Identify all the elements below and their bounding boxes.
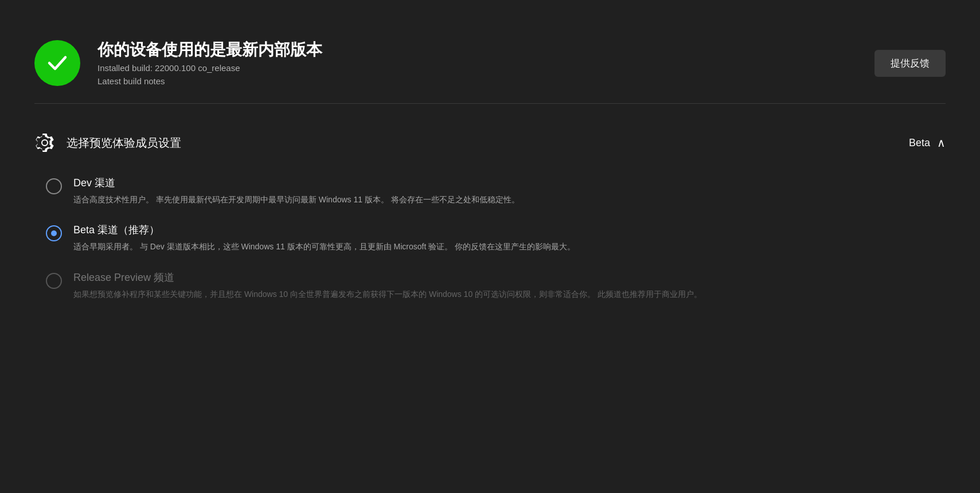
channel-text-dev: Dev 渠道 适合高度技术性用户。 率先使用最新代码在开发周期中最早访问最新 W… — [73, 176, 520, 206]
channel-name-release-preview: Release Preview 频道 — [73, 271, 702, 284]
radio-outer-dev[interactable] — [46, 178, 62, 194]
channel-desc-beta: 适合早期采用者。 与 Dev 渠道版本相比，这些 Windows 11 版本的可… — [73, 240, 575, 253]
radio-outer-release-preview[interactable] — [46, 273, 62, 289]
channel-item-release-preview: Release Preview 频道 如果想预览修补程序和某些关键功能，并且想在… — [46, 271, 946, 300]
radio-dev[interactable] — [46, 178, 62, 194]
channel-text-beta: Beta 渠道（推荐） 适合早期采用者。 与 Dev 渠道版本相比，这些 Win… — [73, 223, 575, 253]
settings-header-right: Beta ∧ — [909, 136, 946, 150]
radio-outer-beta[interactable] — [46, 225, 62, 241]
channel-desc-release-preview: 如果想预览修补程序和某些关键功能，并且想在 Windows 10 向全世界普遍发… — [73, 288, 702, 300]
header-title: 你的设备使用的是最新内部版本 — [97, 40, 322, 60]
channel-text-release-preview: Release Preview 频道 如果想预览修补程序和某些关键功能，并且想在… — [73, 271, 702, 300]
radio-inner-beta — [51, 230, 57, 236]
channels-container: Dev 渠道 适合高度技术性用户。 率先使用最新代码在开发周期中最早访问最新 W… — [34, 176, 946, 300]
latest-build-notes-link[interactable]: Latest build notes — [97, 76, 322, 86]
channel-name-beta: Beta 渠道（推荐） — [73, 223, 575, 237]
settings-header-left: 选择预览体验成员设置 — [34, 132, 181, 153]
radio-release-preview[interactable] — [46, 273, 62, 289]
settings-current-value: Beta — [909, 137, 930, 149]
channel-desc-dev: 适合高度技术性用户。 率先使用最新代码在开发周期中最早访问最新 Windows … — [73, 193, 520, 206]
header-section: 你的设备使用的是最新内部版本 Installed build: 22000.10… — [34, 23, 946, 104]
channel-name-dev: Dev 渠道 — [73, 176, 520, 190]
checkmark-svg — [45, 50, 70, 76]
channel-item-dev: Dev 渠道 适合高度技术性用户。 率先使用最新代码在开发周期中最早访问最新 W… — [46, 176, 946, 206]
settings-title: 选择预览体验成员设置 — [67, 135, 181, 151]
settings-header[interactable]: 选择预览体验成员设置 Beta ∧ — [34, 121, 946, 165]
gear-icon — [34, 132, 55, 153]
header-text: 你的设备使用的是最新内部版本 Installed build: 22000.10… — [97, 40, 322, 86]
channel-item-beta: Beta 渠道（推荐） 适合早期采用者。 与 Dev 渠道版本相比，这些 Win… — [46, 223, 946, 253]
settings-section: 选择预览体验成员设置 Beta ∧ Dev 渠道 适合高度技术性用户。 率先使用… — [34, 121, 946, 300]
header-left: 你的设备使用的是最新内部版本 Installed build: 22000.10… — [34, 40, 322, 86]
feedback-button[interactable]: 提供反馈 — [874, 50, 946, 77]
page-container: 你的设备使用的是最新内部版本 Installed build: 22000.10… — [0, 0, 980, 323]
check-circle-icon — [34, 40, 80, 86]
installed-build-label: Installed build: 22000.100 co_release — [97, 63, 322, 73]
chevron-up-icon: ∧ — [937, 136, 946, 150]
radio-beta[interactable] — [46, 225, 62, 241]
